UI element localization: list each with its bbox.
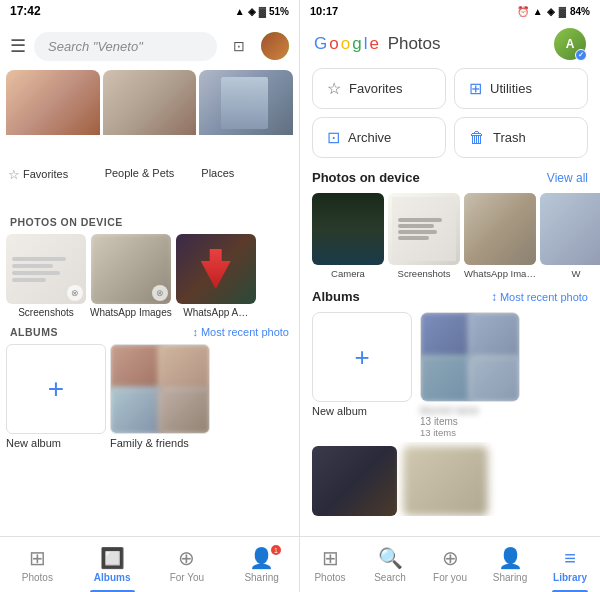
list-item[interactable]: Camera (312, 193, 384, 279)
favorites-label: Favorites (23, 168, 68, 180)
collage-cell (110, 344, 162, 391)
nav-item-photos[interactable]: ⊞ Photos (0, 537, 75, 592)
category-favorites-label-row[interactable]: ☆ Favorites (6, 165, 100, 211)
album-collage (111, 345, 209, 433)
mini-bar (12, 271, 60, 275)
for-you-nav-label: For You (170, 572, 204, 583)
left-status-bar: 17:42 ▲ ◈ ▓ 51% (0, 0, 299, 22)
right-search-nav-icon: 🔍 (378, 546, 403, 570)
logo-l: l (364, 34, 368, 54)
device-photos-list: ⊗ Screenshots ⊗ WhatsApp Images WhatsApp… (0, 230, 299, 322)
right-w-thumbnail (540, 193, 600, 265)
user-avatar[interactable] (261, 32, 289, 60)
right-albums-list: + New album blurred name 13 items 13 ite… (300, 308, 600, 442)
signal-icon: ▲ (533, 6, 543, 17)
logo-o1: o (329, 34, 338, 54)
quick-btn-utilities[interactable]: ⊞ Utilities (454, 68, 588, 109)
list-item[interactable]: WhatsApp Ima… (464, 193, 536, 279)
nav-item-albums[interactable]: 🔲 Albums (75, 537, 150, 592)
mini-bar (12, 257, 66, 261)
right-photos-nav-icon: ⊞ (322, 546, 339, 570)
list-item[interactable]: W (540, 193, 600, 279)
collage-cell (421, 313, 472, 359)
mini-bar (398, 224, 434, 228)
albums-sort-action-right[interactable]: ↕ Most recent photo (491, 290, 588, 304)
whatsapp-a-label: WhatsApp A… (183, 307, 248, 318)
collage-cell (421, 355, 472, 401)
right-avatar-badge: ✓ (575, 49, 587, 61)
bottom-photo-item (312, 446, 397, 516)
albums-sort-action[interactable]: ↕ Most recent photo (192, 326, 289, 338)
category-places-label[interactable]: Places (199, 165, 293, 211)
logo-photos-text: Photos (388, 34, 441, 54)
screenshots-thumbnail: ⊗ (6, 234, 86, 304)
albums-nav-icon: 🔲 (100, 546, 125, 570)
search-box[interactable]: Search "Veneto" (34, 32, 217, 61)
list-item[interactable]: + New album (6, 344, 106, 449)
left-search-bar: ☰ Search "Veneto" ⊡ (0, 22, 299, 70)
collage-cell (468, 313, 519, 359)
category-places[interactable] (199, 70, 293, 162)
view-all-button[interactable]: View all (547, 171, 588, 185)
category-people-pets-label[interactable]: People & Pets (103, 165, 197, 211)
sharing-nav-label: Sharing (244, 572, 278, 583)
list-item[interactable]: ⊗ WhatsApp Images (90, 234, 172, 318)
logo-o2: o (341, 34, 350, 54)
left-panel: 17:42 ▲ ◈ ▓ 51% ☰ Search "Veneto" ⊡ (0, 0, 300, 592)
right-nav-item-photos[interactable]: ⊞ Photos (300, 537, 360, 592)
list-item[interactable]: Screenshots (388, 193, 460, 279)
right-header: Google Photos A ✓ (300, 22, 600, 68)
alarm-icon: ⏰ (517, 6, 529, 17)
mini-bar (398, 236, 429, 240)
cast-icon[interactable]: ⊡ (225, 32, 253, 60)
nav-item-sharing[interactable]: 👤 Sharing 1 (224, 537, 299, 592)
quick-btn-archive[interactable]: ⊡ Archive (312, 117, 446, 158)
search-placeholder: Search "Veneto" (48, 39, 143, 54)
right-nav-item-library[interactable]: ≡ Library (540, 537, 600, 592)
right-family-album-thumb (420, 312, 520, 402)
hamburger-icon[interactable]: ☰ (10, 35, 26, 57)
utilities-icon: ⊞ (469, 79, 482, 98)
quick-btn-trash[interactable]: 🗑 Trash (454, 117, 588, 158)
utilities-btn-label: Utilities (490, 81, 532, 96)
google-photos-logo: Google Photos (314, 34, 441, 54)
for-you-nav-icon: ⊕ (178, 546, 195, 570)
archive-icon: ⊡ (327, 128, 340, 147)
list-item[interactable]: WhatsApp A… (176, 234, 256, 318)
collage-cell (158, 387, 210, 434)
photos-on-device-header: PHOTOS ON DEVICE (0, 210, 299, 230)
right-screenshots-thumbnail (388, 193, 460, 265)
right-nav-item-search[interactable]: 🔍 Search (360, 537, 420, 592)
quick-btn-favorites[interactable]: ☆ Favorites (312, 68, 446, 109)
sort-icon: ↕ (192, 326, 198, 338)
no-cloud-icon: ⊗ (152, 285, 168, 301)
whatsapp-a-thumbnail (176, 234, 256, 304)
list-item[interactable]: ⊗ Screenshots (6, 234, 86, 318)
right-nav-item-for-you[interactable]: ⊕ For you (420, 537, 480, 592)
mini-bar (12, 278, 46, 282)
whatsapp-images-thumbnail: ⊗ (91, 234, 171, 304)
albums-nav-label: Albums (94, 572, 131, 583)
nav-item-for-you[interactable]: ⊕ For You (150, 537, 225, 592)
right-user-avatar[interactable]: A ✓ (554, 28, 586, 60)
right-battery-percent: 84% (570, 6, 590, 17)
bottom-nav-right: ⊞ Photos 🔍 Search ⊕ For you 👤 Sharing ≡ … (300, 536, 600, 592)
trash-icon: 🗑 (469, 129, 485, 147)
signal-icon: ▲ (235, 6, 245, 17)
collage-cell (468, 355, 519, 401)
quick-access-grid: ☆ Favorites ⊞ Utilities ⊡ Archive 🗑 Tras… (300, 68, 600, 166)
category-favorites[interactable] (6, 70, 100, 162)
photos-nav-icon: ⊞ (29, 546, 46, 570)
mini-bar (398, 218, 442, 222)
category-people-pets[interactable] (103, 70, 197, 162)
right-nav-item-sharing[interactable]: 👤 Sharing (480, 537, 540, 592)
right-whatsapp-label: WhatsApp Ima… (464, 268, 536, 279)
list-item[interactable]: Family & friends (110, 344, 210, 449)
right-for-you-nav-label: For you (433, 572, 467, 583)
wifi-icon: ◈ (248, 6, 256, 17)
mini-bar (398, 230, 437, 234)
list-item[interactable]: blurred name 13 items 13 items (420, 312, 520, 438)
list-item[interactable]: + New album (312, 312, 412, 438)
decorative-icon (201, 249, 231, 289)
right-photos-device-label: Photos on device (312, 170, 420, 185)
